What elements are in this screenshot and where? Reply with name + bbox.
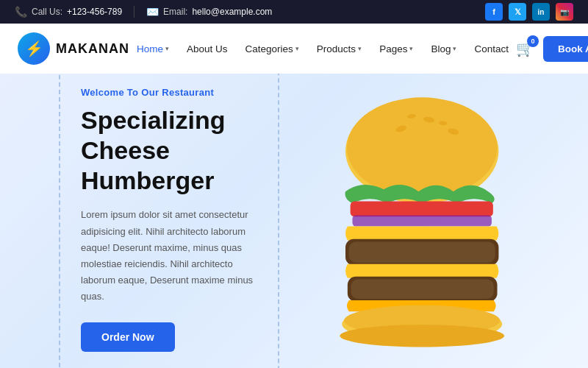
chevron-down-icon: ▾: [409, 45, 413, 52]
svg-rect-7: [351, 201, 493, 216]
nav-right: 🛒 0 Book A Table: [516, 36, 588, 62]
logo-icon: ⚡: [18, 32, 50, 65]
nav-home-label: Home: [137, 43, 163, 54]
twitter-icon[interactable]: 𝕏: [509, 3, 526, 21]
hero-image: [279, 88, 544, 353]
nav-blog[interactable]: Blog ▾: [423, 39, 464, 59]
cart-badge: 0: [527, 35, 539, 47]
email-address[interactable]: hello@example.com: [192, 7, 272, 17]
svg-point-1: [347, 97, 498, 197]
facebook-icon[interactable]: f: [485, 3, 503, 21]
welcome-text: Welcome To Our Restaurant: [81, 87, 254, 98]
phone-number[interactable]: +123-456-789: [67, 7, 122, 17]
svg-rect-10: [349, 241, 495, 262]
hero-title-line2: Humberger: [81, 166, 214, 194]
hero-title: Specializing Cheese Humberger: [81, 105, 254, 195]
logo-symbol: ⚡: [25, 40, 43, 57]
order-now-button[interactable]: Order Now: [81, 322, 175, 352]
phone-icon: 📞: [15, 6, 27, 18]
hero-description: Lorem ipsum dolor sit amet consectetur a…: [81, 207, 254, 305]
instagram-icon[interactable]: 📷: [556, 3, 573, 21]
hero-content: Welcome To Our Restaurant Specializing C…: [59, 74, 279, 368]
logo[interactable]: ⚡ MAKANAN: [18, 32, 129, 65]
hero-section: Welcome To Our Restaurant Specializing C…: [0, 74, 588, 368]
phone-info: 📞 Call Us: +123-456-789: [15, 6, 122, 18]
nav-about-label: About Us: [187, 43, 228, 54]
email-info: ✉️ Email: hello@example.com: [146, 6, 272, 18]
nav-products[interactable]: Products ▾: [309, 39, 369, 59]
book-table-button[interactable]: Book A Table: [543, 36, 588, 62]
chevron-down-icon: ▾: [453, 45, 456, 52]
svg-rect-12: [351, 280, 494, 300]
nav-pages-label: Pages: [379, 43, 407, 54]
email-icon: ✉️: [146, 6, 159, 18]
svg-rect-8: [352, 215, 491, 226]
chevron-down-icon: ▾: [165, 45, 169, 52]
cart-button[interactable]: 🛒 0: [516, 40, 534, 57]
nav-contact[interactable]: Contact: [467, 39, 516, 59]
nav-about[interactable]: About Us: [179, 39, 235, 59]
email-label: Email:: [163, 7, 187, 17]
top-bar-left: 📞 Call Us: +123-456-789 ✉️ Email: hello@…: [15, 6, 272, 18]
nav-categories[interactable]: Categories ▾: [238, 39, 306, 59]
logo-text: MAKANAN: [56, 41, 129, 57]
chevron-down-icon: ▾: [295, 45, 299, 52]
hero-title-line1: Specializing Cheese: [81, 106, 226, 164]
nav-products-label: Products: [317, 43, 356, 54]
social-links: f 𝕏 in 📷: [485, 3, 573, 21]
nav-contact-label: Contact: [474, 43, 509, 54]
phone-label: Call Us:: [32, 7, 62, 17]
chevron-down-icon: ▾: [358, 45, 362, 52]
nav-home[interactable]: Home ▾: [129, 39, 176, 59]
top-bar: 📞 Call Us: +123-456-789 ✉️ Email: hello@…: [0, 0, 588, 24]
nav-blog-label: Blog: [431, 43, 451, 54]
nav-categories-label: Categories: [245, 43, 293, 54]
burger-illustration: [287, 88, 537, 353]
svg-point-15: [340, 325, 504, 347]
navbar: ⚡ MAKANAN Home ▾ About Us Categories ▾ P…: [0, 24, 588, 74]
divider: [134, 6, 135, 18]
linkedin-icon[interactable]: in: [532, 3, 550, 21]
nav-links: Home ▾ About Us Categories ▾ Products ▾ …: [129, 39, 516, 59]
hero-dashed-box: Welcome To Our Restaurant Specializing C…: [59, 74, 279, 368]
nav-pages[interactable]: Pages ▾: [372, 39, 420, 59]
